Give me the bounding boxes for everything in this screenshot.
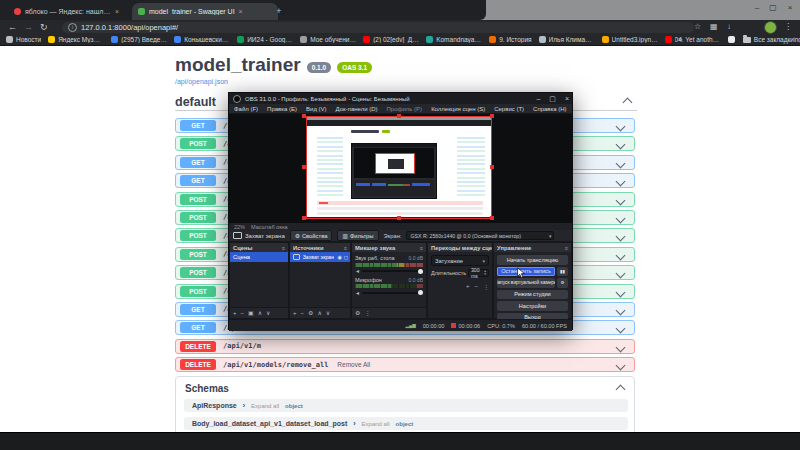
mixer-kebab-icon[interactable]: ⋮ bbox=[364, 310, 370, 316]
pause-recording-button[interactable]: ▮▮ bbox=[557, 267, 568, 277]
bookmark-item[interactable]: Конышевский И.А... bbox=[174, 36, 230, 43]
obs-titlebar[interactable]: OBS 31.0.0 - Профиль: Безымянный - Сцены… bbox=[229, 93, 572, 104]
settings-button[interactable]: Настройки bbox=[497, 301, 568, 311]
handle-mid-right[interactable] bbox=[490, 165, 494, 169]
bookmark-item[interactable]: Мое обучение – St... bbox=[300, 36, 356, 43]
studio-mode-button[interactable]: Режим студии bbox=[497, 290, 568, 300]
schema-expand-all[interactable]: Expand all bbox=[251, 403, 279, 409]
start-streaming-button[interactable]: Начать трансляцию bbox=[497, 255, 568, 265]
virtual-camera-button[interactable]: Запуск виртуальной камеры bbox=[497, 278, 555, 288]
window-maximize-button[interactable]: ▢ bbox=[766, 2, 780, 14]
move-down-icon[interactable]: ∨ bbox=[326, 310, 330, 316]
obs-menu-item[interactable]: Справка (H) bbox=[533, 106, 567, 112]
expand-chevron-icon[interactable] bbox=[616, 177, 626, 187]
bookmark-item[interactable]: Яндекс Музыка —... bbox=[48, 36, 104, 43]
move-up-icon[interactable]: ∧ bbox=[317, 310, 321, 316]
all-bookmarks-button[interactable]: Все закладки bbox=[737, 36, 794, 43]
bookmark-item[interactable]: Илья Климашевский bbox=[539, 36, 595, 43]
expand-chevron-icon[interactable] bbox=[616, 269, 626, 279]
new-tab-button[interactable]: + bbox=[274, 6, 284, 16]
handle-bottom-left[interactable] bbox=[302, 216, 306, 220]
duplicate-scene-icon[interactable]: ▣ bbox=[248, 310, 254, 316]
schema-row[interactable]: Body_load_dataset_api_v1_dataset_load_po… bbox=[184, 417, 628, 430]
obs-menu-item[interactable]: Профиль (P) bbox=[387, 106, 423, 112]
window-close-button[interactable]: × bbox=[783, 2, 797, 14]
endpoint-row[interactable]: DELETE /api/v1/models/remove_all Remove … bbox=[175, 357, 635, 372]
remove-scene-icon[interactable]: − bbox=[241, 310, 245, 316]
properties-button[interactable]: ⚙ Свойства bbox=[290, 230, 333, 241]
bookmark-item[interactable]: Новости bbox=[6, 36, 41, 43]
scene-item-selected[interactable]: Сцена bbox=[230, 252, 288, 262]
expand-chevron-icon[interactable] bbox=[616, 287, 626, 297]
lock-icon[interactable]: ◻ bbox=[344, 254, 348, 260]
bookmark-star-icon[interactable]: ☆ bbox=[694, 22, 701, 32]
add-transition-icon[interactable]: + bbox=[466, 283, 470, 290]
move-down-icon[interactable]: ∨ bbox=[266, 310, 270, 316]
obs-close-button[interactable]: × bbox=[565, 93, 569, 104]
browser-menu-icon[interactable]: ⋮ bbox=[784, 22, 792, 32]
window-minimize-button[interactable]: – bbox=[750, 2, 764, 14]
move-up-icon[interactable]: ∧ bbox=[258, 310, 262, 316]
obs-menu-item[interactable]: Файл (F) bbox=[234, 106, 258, 112]
obs-menu-item[interactable]: Сервис (T) bbox=[494, 106, 524, 112]
schema-row[interactable]: ApiResponse › Expand all object bbox=[184, 399, 628, 412]
bookmark-item[interactable]: 9. История bbox=[489, 36, 531, 43]
dock-icon[interactable]: ≡ bbox=[282, 245, 285, 251]
duration-spinbox[interactable]: 300 ms▴▾ bbox=[468, 269, 489, 277]
screen-select[interactable]: GSX R: 2560x1440 @ 0,0 (Основной монитор… bbox=[406, 231, 554, 240]
remove-source-icon[interactable]: − bbox=[301, 310, 305, 316]
visibility-eye-icon[interactable]: ◉ bbox=[337, 254, 341, 260]
url-field[interactable]: i 127.0.0.1:8000/api/openapi#/ bbox=[62, 22, 694, 33]
handle-mid-left[interactable] bbox=[302, 165, 306, 169]
schema-expand-icon[interactable]: › bbox=[353, 420, 355, 427]
forward-icon[interactable]: → bbox=[24, 22, 33, 32]
extensions-icon[interactable]: ▦ bbox=[710, 22, 718, 32]
collapse-chevron-icon[interactable] bbox=[623, 98, 633, 108]
channel2-volume-slider[interactable] bbox=[362, 292, 423, 294]
channel1-volume-slider[interactable] bbox=[362, 270, 423, 272]
source-item-selected[interactable]: Захват экрана ◉◻ bbox=[290, 252, 350, 262]
speaker-icon[interactable]: ◄ bbox=[355, 290, 360, 296]
virtual-camera-config-icon[interactable]: ⚙ bbox=[557, 278, 568, 288]
site-info-icon[interactable]: i bbox=[68, 23, 77, 32]
schema-expand-icon[interactable]: › bbox=[243, 402, 245, 409]
obs-menu-item[interactable]: Правка (E) bbox=[267, 106, 297, 112]
handle-bottom-center[interactable] bbox=[397, 216, 401, 220]
bookmark-item[interactable]: (2) 02[edv]_Докумен... bbox=[363, 36, 419, 43]
back-icon[interactable]: ← bbox=[8, 22, 17, 32]
tab-yandex[interactable]: яблоко — Яндекс: нашлось 3 м... × bbox=[8, 3, 140, 20]
endpoint-row[interactable]: DELETE /api/v1/m bbox=[175, 339, 635, 354]
schema-expand-all[interactable]: Expand all bbox=[362, 421, 390, 427]
bookmark-item[interactable]: Untitled3.ipynb - Co... bbox=[602, 36, 658, 43]
tab-swagger-active[interactable]: model_trainer - Swagger UI × bbox=[132, 3, 278, 20]
dock-icon[interactable]: ≡ bbox=[565, 245, 568, 251]
expand-chevron-icon[interactable] bbox=[616, 214, 626, 224]
tab2-close-icon[interactable]: × bbox=[239, 8, 243, 15]
dock-icon[interactable]: ≡ bbox=[420, 245, 423, 251]
obs-menu-item[interactable]: Док-панели (D) bbox=[336, 106, 378, 112]
obs-minimize-button[interactable]: – bbox=[536, 93, 540, 104]
bookmark-item[interactable]: ИИ24 - Google Таб... bbox=[237, 36, 293, 43]
bookmark-item[interactable]: (2957) Введение ... bbox=[111, 36, 167, 43]
expand-chevron-icon[interactable] bbox=[616, 140, 626, 150]
profile-avatar[interactable] bbox=[764, 21, 777, 34]
schemas-collapse-icon[interactable] bbox=[616, 385, 626, 395]
expand-chevron-icon[interactable] bbox=[616, 361, 626, 371]
mixer-options-icon[interactable]: ⚙ bbox=[355, 310, 360, 316]
dock-icon[interactable]: ≡ bbox=[344, 245, 347, 251]
source-properties-icon[interactable]: ⚙ bbox=[308, 310, 313, 316]
expand-chevron-icon[interactable] bbox=[616, 250, 626, 260]
handle-top-center[interactable] bbox=[397, 114, 401, 118]
bookmark-item[interactable]: 04. Yet another adv... bbox=[665, 36, 721, 43]
handle-top-right[interactable] bbox=[490, 114, 494, 118]
tab1-close-icon[interactable]: × bbox=[115, 8, 119, 15]
expand-chevron-icon[interactable] bbox=[616, 324, 626, 334]
bookmarks-overflow-icon[interactable]: » bbox=[678, 35, 682, 44]
expand-chevron-icon[interactable] bbox=[616, 158, 626, 168]
remove-transition-icon[interactable]: − bbox=[474, 283, 478, 290]
transition-props-icon[interactable]: ⋮ bbox=[483, 283, 489, 290]
speaker-icon[interactable]: ◄ bbox=[355, 268, 360, 274]
expand-chevron-icon[interactable] bbox=[616, 195, 626, 205]
expand-chevron-icon[interactable] bbox=[616, 122, 626, 132]
transition-select[interactable]: Затухание▾ bbox=[431, 255, 489, 266]
